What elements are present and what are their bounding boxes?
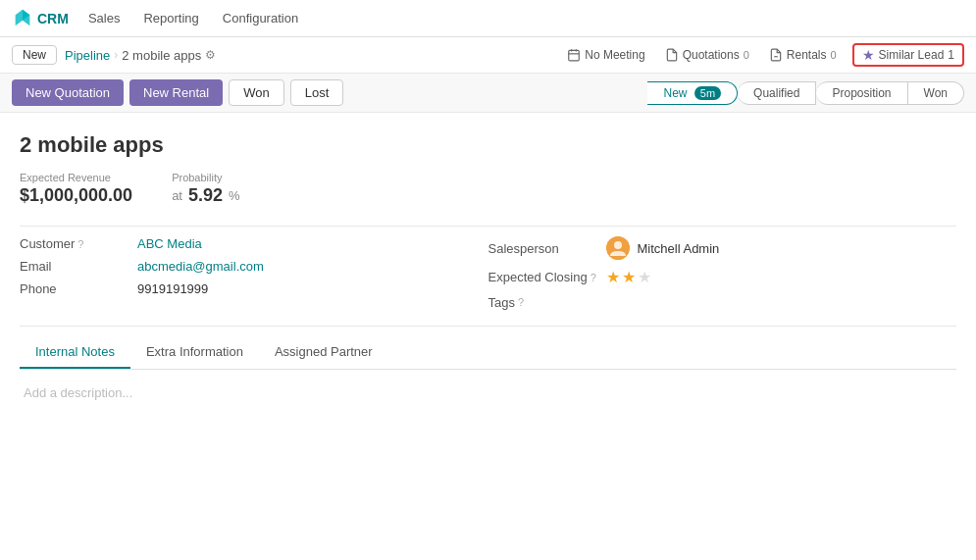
quotations-icon: [665, 48, 679, 62]
detail-col-right: Salesperson Mitchell Admin Expected Clos…: [488, 236, 957, 310]
star-1[interactable]: ★: [606, 268, 620, 286]
step-qualified-label[interactable]: Qualified: [738, 81, 816, 105]
new-button[interactable]: New: [12, 45, 57, 65]
breadcrumb-record: 2 mobile apps: [122, 48, 201, 63]
customer-help-icon: ?: [77, 238, 83, 250]
breadcrumb-right: No Meeting Quotations 0 Rentals 0 ★ Simi…: [563, 43, 964, 67]
breadcrumb-pipeline: Pipeline › 2 mobile apps ⚙: [65, 48, 216, 63]
percent-symbol: %: [229, 188, 240, 203]
expected-closing-label: Expected Closing ?: [488, 270, 606, 284]
salesperson-label: Salesperson: [488, 241, 606, 256]
tab-assigned-partner[interactable]: Assigned Partner: [259, 336, 388, 369]
quotations-button[interactable]: Quotations 0: [661, 46, 753, 64]
page-title: 2 mobile apps: [20, 132, 956, 158]
breadcrumb-bar: New Pipeline › 2 mobile apps ⚙ No Meetin…: [0, 37, 976, 74]
top-nav: CRM Sales Reporting Configuration: [0, 0, 976, 37]
no-meeting-button[interactable]: No Meeting: [563, 46, 648, 64]
rentals-button[interactable]: Rentals 0: [765, 46, 841, 64]
pipeline-link[interactable]: Pipeline: [65, 48, 110, 63]
expected-revenue-group: Expected Revenue $1,000,000.00: [20, 172, 132, 206]
tab-extra-information[interactable]: Extra Information: [130, 336, 259, 369]
svg-rect-2: [569, 50, 580, 61]
tab-internal-notes[interactable]: Internal Notes: [20, 336, 130, 369]
rentals-icon: [769, 48, 783, 62]
gear-icon[interactable]: ⚙: [205, 48, 216, 62]
expected-revenue-label: Expected Revenue: [20, 172, 132, 183]
status-pipeline: New 5m Qualified Proposition Won: [647, 81, 964, 105]
priority-stars[interactable]: ★ ★ ★: [606, 268, 651, 286]
step-new[interactable]: New 5m: [647, 81, 738, 105]
probability-group: Probability at 5.92 %: [172, 172, 239, 206]
salesperson-name: Mitchell Admin: [638, 241, 720, 256]
breadcrumb-left: New Pipeline › 2 mobile apps ⚙: [12, 45, 216, 65]
similar-lead-star-icon: ★: [862, 47, 875, 63]
salesperson-value: Mitchell Admin: [606, 236, 720, 260]
tags-row: Tags ?: [488, 294, 948, 310]
tags-help-icon: ?: [518, 296, 524, 308]
probability-label: Probability: [172, 172, 239, 183]
expected-closing-help-icon: ?: [591, 272, 596, 283]
svg-point-8: [614, 241, 622, 249]
won-button[interactable]: Won: [229, 79, 284, 106]
salesperson-row: Salesperson Mitchell Admin: [488, 236, 948, 260]
add-description-placeholder[interactable]: Add a description...: [24, 385, 132, 400]
main-content: 2 mobile apps Expected Revenue $1,000,00…: [0, 113, 976, 458]
lost-button[interactable]: Lost: [290, 79, 344, 106]
step-proposition-label[interactable]: Proposition: [816, 81, 907, 105]
quotations-label: Quotations: [683, 48, 740, 62]
divider-1: [20, 226, 956, 227]
rentals-label: Rentals: [787, 48, 827, 62]
phone-row: Phone 9919191999: [20, 281, 479, 296]
breadcrumb-divider: ›: [114, 48, 118, 62]
detail-col-left: Customer ? ABC Media Email abcmedia@gmai…: [20, 236, 488, 310]
email-row: Email abcmedia@gmail.com: [20, 259, 479, 274]
divider-2: [20, 326, 956, 327]
similar-lead-label: Similar Lead: [879, 48, 945, 62]
step-proposition[interactable]: Proposition: [816, 81, 907, 105]
app-logo[interactable]: CRM: [12, 8, 69, 29]
avatar-image: [606, 236, 630, 260]
star-3[interactable]: ★: [638, 268, 651, 286]
phone-value: 9919191999: [137, 281, 208, 296]
probability-inline: at 5.92 %: [172, 185, 239, 206]
customer-value[interactable]: ABC Media: [137, 236, 202, 251]
step-won[interactable]: Won: [908, 81, 964, 105]
at-text: at: [172, 188, 182, 203]
nav-sales[interactable]: Sales: [84, 7, 125, 29]
nav-reporting[interactable]: Reporting: [139, 7, 202, 29]
step-new-label[interactable]: New 5m: [647, 81, 738, 105]
phone-label: Phone: [20, 281, 137, 296]
app-name: CRM: [37, 11, 69, 26]
step-won-label[interactable]: Won: [908, 81, 964, 105]
no-meeting-label: No Meeting: [585, 48, 644, 62]
revenue-fields: Expected Revenue $1,000,000.00 Probabili…: [20, 172, 956, 206]
similar-lead-count: 1: [948, 48, 954, 62]
email-label: Email: [20, 259, 137, 274]
calendar-icon: [567, 48, 581, 62]
detail-grid: Customer ? ABC Media Email abcmedia@gmai…: [20, 236, 956, 310]
rentals-count: 0: [830, 49, 836, 61]
new-rental-button[interactable]: New Rental: [129, 79, 223, 106]
tags-label: Tags ?: [488, 295, 606, 310]
tab-content: Add a description...: [20, 370, 956, 448]
customer-label: Customer ?: [20, 236, 137, 251]
expected-closing-row: Expected Closing ? ★ ★ ★: [488, 268, 948, 286]
step-qualified[interactable]: Qualified: [738, 81, 816, 105]
nav-configuration[interactable]: Configuration: [219, 7, 302, 29]
avatar: [606, 236, 630, 260]
action-row: New Quotation New Rental Won Lost New 5m…: [0, 74, 976, 113]
probability-value: 5.92: [188, 185, 223, 206]
star-2[interactable]: ★: [622, 268, 636, 286]
quotations-count: 0: [744, 49, 749, 61]
tags-value[interactable]: [606, 294, 685, 310]
new-quotation-button[interactable]: New Quotation: [12, 79, 124, 106]
step-new-time: 5m: [694, 86, 721, 100]
action-buttons: New Quotation New Rental Won Lost: [12, 79, 343, 106]
customer-row: Customer ? ABC Media: [20, 236, 479, 251]
email-value[interactable]: abcmedia@gmail.com: [137, 259, 264, 274]
tabs-row: Internal Notes Extra Information Assigne…: [20, 336, 956, 370]
expected-revenue-value: $1,000,000.00: [20, 185, 132, 206]
similar-lead-button[interactable]: ★ Similar Lead 1: [852, 43, 964, 67]
